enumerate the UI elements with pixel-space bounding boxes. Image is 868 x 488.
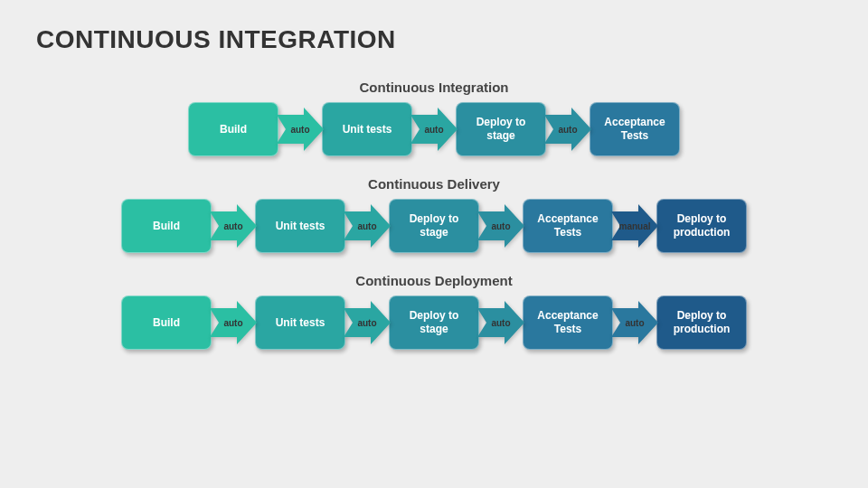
flow-step: Acceptance Tests xyxy=(523,199,613,253)
arrow-label: auto xyxy=(223,221,242,231)
flow-step: Build xyxy=(188,102,278,156)
flow-section: Continuous DeploymentBuild autoUnit test… xyxy=(121,273,747,350)
flow-arrow: auto xyxy=(344,204,391,248)
slide-title: CONTINUOUS INTEGRATION xyxy=(36,25,832,54)
flow-section: Continuous IntegrationBuild autoUnit tes… xyxy=(188,80,680,156)
flow-row: Build autoUnit tests autoDeploy to stage… xyxy=(188,102,680,156)
flow-arrow: auto xyxy=(477,301,524,344)
flow-step: Unit tests xyxy=(255,296,345,350)
arrow-label: auto xyxy=(491,221,510,231)
flow-section: Continuous DeliveryBuild autoUnit tests … xyxy=(121,176,747,253)
arrow-label: auto xyxy=(491,318,510,328)
arrow-label: auto xyxy=(558,125,577,135)
flow-title: Continuous Delivery xyxy=(368,176,500,192)
flow-arrow: auto xyxy=(344,301,391,344)
flow-arrow: auto xyxy=(277,108,324,151)
flow-step: Unit tests xyxy=(322,102,412,156)
arrow-label: manual xyxy=(618,221,650,231)
flow-step: Deploy to production xyxy=(656,199,747,253)
arrow-label: auto xyxy=(357,221,376,231)
flow-step: Unit tests xyxy=(255,199,345,253)
arrow-label: auto xyxy=(625,318,644,328)
flow-step: Deploy to production xyxy=(656,296,747,350)
flow-arrow: auto xyxy=(210,301,257,344)
flow-step: Build xyxy=(121,199,212,253)
arrow-label: auto xyxy=(223,318,242,328)
flow-arrow: auto xyxy=(477,204,524,248)
flow-arrow: auto xyxy=(611,301,658,344)
flow-step: Deploy to stage xyxy=(456,102,546,156)
flow-title: Continuous Deployment xyxy=(355,273,512,288)
flow-arrow: auto xyxy=(410,108,458,151)
flow-step: Deploy to stage xyxy=(389,199,479,253)
flow-step: Acceptance Tests xyxy=(590,102,680,156)
slide: CONTINUOUS INTEGRATION Continuous Integr… xyxy=(0,0,868,488)
flow-step: Deploy to stage xyxy=(389,296,479,350)
arrow-label: auto xyxy=(424,125,443,135)
flows-container: Continuous IntegrationBuild autoUnit tes… xyxy=(36,80,832,350)
flow-arrow: auto xyxy=(210,204,257,248)
flow-row: Build autoUnit tests autoDeploy to stage… xyxy=(121,296,747,350)
arrow-label: auto xyxy=(290,125,309,135)
flow-row: Build autoUnit tests autoDeploy to stage… xyxy=(121,199,747,253)
flow-arrow: auto xyxy=(544,108,591,151)
flow-title: Continuous Integration xyxy=(360,80,509,95)
arrow-label: auto xyxy=(357,318,376,328)
flow-step: Acceptance Tests xyxy=(523,296,613,350)
flow-arrow: manual xyxy=(611,204,658,248)
flow-step: Build xyxy=(121,296,212,350)
